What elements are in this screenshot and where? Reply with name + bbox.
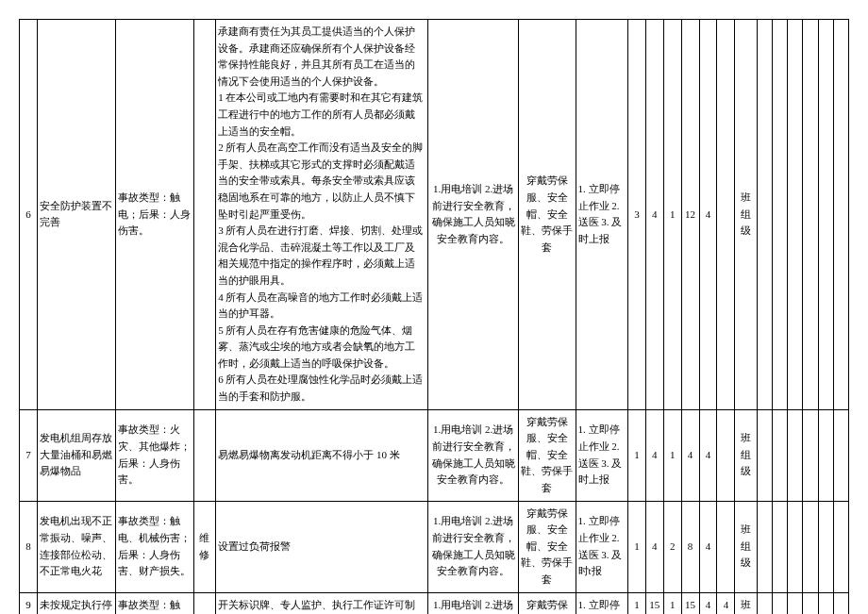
emergency: 1. 立即停止作业 2. 送医 3. 及时上报 <box>576 20 627 410</box>
e6 <box>833 20 848 410</box>
num1: 1 <box>627 592 645 614</box>
level: 班组级 <box>735 409 757 501</box>
num5: 4 <box>699 592 717 614</box>
level: 班 <box>735 592 757 614</box>
e1 <box>757 409 772 501</box>
table-row: 9未按规定执行停事故类型：触开关标识牌、专人监护、执行工作证许可制1.用电培训 … <box>20 592 849 614</box>
hazard-item: 未按规定执行停 <box>37 592 115 614</box>
e5 <box>818 409 833 501</box>
num4: 12 <box>681 20 699 410</box>
e2 <box>772 501 787 592</box>
row-id: 6 <box>20 20 38 410</box>
num2: 15 <box>645 592 663 614</box>
level: 班组级 <box>735 501 757 592</box>
emergency: 1. 立即停止作业 2. 送医 3. 及时t报 <box>576 501 627 592</box>
e1 <box>757 20 772 410</box>
e6 <box>833 409 848 501</box>
ppe: 穿戴劳保服、安全帽、安全鞋、劳保手套 <box>519 501 576 592</box>
num6 <box>717 501 735 592</box>
e4 <box>803 20 818 410</box>
num3: 2 <box>663 501 681 592</box>
emergency: 1. 立即停止作业 2. 送医 3. 及时上报 <box>576 409 627 501</box>
e2 <box>772 592 787 614</box>
control-measures: 设置过负荷报警 <box>216 501 428 592</box>
hazard-item: 发电机出现不正常振动、噪声、连接部位松动、不正常电火花 <box>37 501 115 592</box>
num2: 4 <box>645 409 663 501</box>
control-measures: 开关标识牌、专人监护、执行工作证许可制 <box>216 592 428 614</box>
e5 <box>818 501 833 592</box>
table-row: 7发电机组周存放大量油桶和易燃易爆物品事故类型：火灾、其他爆炸；后果：人身伤害。… <box>20 409 849 501</box>
accident-type: 事故类型：触 <box>115 592 193 614</box>
e5 <box>818 592 833 614</box>
num5: 4 <box>699 501 717 592</box>
e4 <box>803 409 818 501</box>
num1: 1 <box>627 409 645 501</box>
table-row: 6安全防护装置不完善事故类型：触电；后果：人身伤害。承建商有责任为其员工提供适当… <box>20 20 849 410</box>
num6 <box>717 20 735 410</box>
e4 <box>803 592 818 614</box>
e3 <box>788 501 803 592</box>
extra-col: 维修 <box>193 501 215 592</box>
e2 <box>772 20 787 410</box>
table-row: 8发电机出现不正常振动、噪声、连接部位松动、不正常电火花事故类型：触电、机械伤害… <box>20 501 849 592</box>
e1 <box>757 592 772 614</box>
row-id: 9 <box>20 592 38 614</box>
extra-col <box>193 20 215 410</box>
num4: 4 <box>681 409 699 501</box>
training: 1.用电培训 2.进场 <box>427 592 519 614</box>
training: 1.用电培训 2.进场前进行安全教育，确保施工人员知晓安全教育内容。 <box>427 409 519 501</box>
e4 <box>803 501 818 592</box>
row-id: 8 <box>20 501 38 592</box>
hazard-item: 发电机组周存放大量油桶和易燃易爆物品 <box>37 409 115 501</box>
e3 <box>788 409 803 501</box>
e3 <box>788 592 803 614</box>
e3 <box>788 20 803 410</box>
ppe: 穿戴劳保服、安全帽、安全鞋、劳保手套 <box>519 20 576 410</box>
accident-type: 事故类型：火灾、其他爆炸；后果：人身伤害。 <box>115 409 193 501</box>
num2: 4 <box>645 20 663 410</box>
num1: 3 <box>627 20 645 410</box>
num5: 4 <box>699 20 717 410</box>
training: 1.用电培训 2.进场前进行安全教育，确保施工人员知晓安全教育内容。 <box>427 20 519 410</box>
num6 <box>717 409 735 501</box>
extra-col <box>193 409 215 501</box>
risk-assessment-table: 6安全防护装置不完善事故类型：触电；后果：人身伤害。承建商有责任为其员工提供适当… <box>19 19 849 614</box>
num4: 15 <box>681 592 699 614</box>
num6: 4 <box>717 592 735 614</box>
num5: 4 <box>699 409 717 501</box>
e6 <box>833 592 848 614</box>
control-measures: 易燃易爆物离发动机距离不得小于 10 米 <box>216 409 428 501</box>
num4: 8 <box>681 501 699 592</box>
accident-type: 事故类型：触电；后果：人身伤害。 <box>115 20 193 410</box>
row-id: 7 <box>20 409 38 501</box>
num2: 4 <box>645 501 663 592</box>
accident-type: 事故类型：触电、机械伤害；后果：人身伤害、财产损失。 <box>115 501 193 592</box>
level: 班组级 <box>735 20 757 410</box>
hazard-item: 安全防护装置不完善 <box>37 20 115 410</box>
e2 <box>772 409 787 501</box>
e6 <box>833 501 848 592</box>
num3: 1 <box>663 592 681 614</box>
emergency: 1. 立即停 <box>576 592 627 614</box>
num3: 1 <box>663 409 681 501</box>
ppe: 穿戴劳保 <box>519 592 576 614</box>
extra-col <box>193 592 215 614</box>
ppe: 穿戴劳保服、安全帽、安全鞋、劳保手套 <box>519 409 576 501</box>
training: 1.用电培训 2.进场前进行安全教育，确保施工人员知晓安全教育内容。 <box>427 501 519 592</box>
control-measures: 承建商有责任为其员工提供适当的个人保护设备。承建商还应确保所有个人保护设备经常保… <box>216 20 428 410</box>
num3: 1 <box>663 20 681 410</box>
e5 <box>818 20 833 410</box>
num1: 1 <box>627 501 645 592</box>
e1 <box>757 501 772 592</box>
